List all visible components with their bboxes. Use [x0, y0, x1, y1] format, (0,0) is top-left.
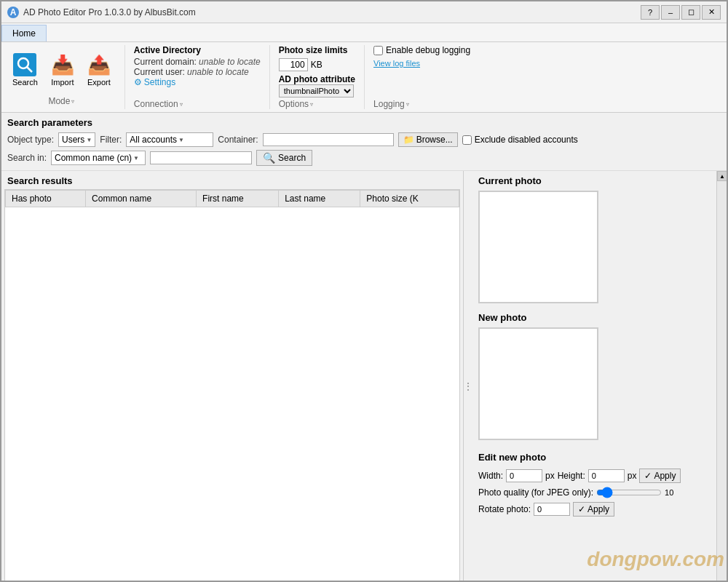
photo-size-unit: KB	[311, 60, 323, 70]
close-button[interactable]: ✕	[702, 5, 721, 20]
object-type-value: Users	[62, 135, 84, 145]
search-results-panel: Search results Has photo Common name Fir…	[1, 171, 464, 582]
search-text-input[interactable]	[150, 151, 252, 164]
col-common-name[interactable]: Common name	[86, 191, 197, 207]
quality-slider[interactable]	[596, 487, 662, 498]
filter-row: Object type: Users ▼ Filter: All account…	[7, 132, 721, 147]
window-title: AD Photo Editor Pro 1.0.3.0 by AlbusBit.…	[23, 7, 196, 17]
exclude-label: Exclude disabled accounts	[475, 135, 578, 145]
search-in-arrow: ▼	[133, 155, 139, 162]
domain-row: Current domain: unable to locate	[134, 57, 261, 67]
rotate-apply-icon: ✓	[578, 504, 585, 514]
table-header: Has photo Common name First name Last na…	[6, 191, 459, 207]
col-first-name[interactable]: First name	[197, 191, 279, 207]
settings-button[interactable]: ⚙ Settings	[134, 77, 261, 87]
scroll-track-v[interactable]	[717, 181, 727, 582]
dimensions-apply-button[interactable]: ✓ Apply	[639, 469, 681, 483]
scroll-up-arrow[interactable]: ▲	[717, 171, 727, 181]
search-svg	[15, 55, 35, 75]
filter-value: All accounts	[130, 135, 177, 145]
logging-group: Enable debug logging View log files Logg…	[373, 45, 470, 109]
options-content: Photo size limits KB AD photo attribute …	[279, 45, 355, 97]
connection-group: Active Directory Current domain: unable …	[134, 45, 270, 109]
settings-icon: ⚙	[134, 77, 142, 87]
height-label: Height:	[558, 471, 585, 481]
export-icon: 📤	[87, 53, 111, 76]
tab-home[interactable]: Home	[1, 25, 47, 41]
right-panel: Current photo New photo Edit new photo W…	[472, 171, 716, 582]
user-row: Current user: unable to locate	[134, 67, 261, 77]
rotate-input[interactable]	[534, 503, 570, 516]
rotate-apply-label: Apply	[587, 504, 609, 514]
logging-expand-icon[interactable]: ▿	[406, 101, 409, 108]
logging-group-label: Logging ▿	[373, 99, 470, 109]
rotate-apply-button[interactable]: ✓ Apply	[573, 502, 614, 517]
photo-size-title: Photo size limits	[279, 45, 355, 55]
rotate-label: Rotate photo:	[478, 504, 531, 514]
minimize-button[interactable]: –	[661, 5, 680, 20]
mode-group: Search 📥 Import 📤 Export Mode ▿	[7, 45, 125, 109]
search-in-combo[interactable]: Common name (cn) ▼	[51, 151, 146, 165]
width-input[interactable]	[506, 469, 542, 482]
col-last-name[interactable]: Last name	[279, 191, 360, 207]
search-button-main[interactable]: 🔍 Search	[256, 150, 312, 166]
resize-handle[interactable]: ⋮	[464, 171, 472, 582]
col-photo-size[interactable]: Photo size (K	[360, 191, 459, 207]
results-title: Search results	[1, 171, 463, 189]
title-bar: A AD Photo Editor Pro 1.0.3.0 by AlbusBi…	[1, 1, 727, 23]
exclude-disabled-checkbox[interactable]	[462, 135, 472, 145]
app-icon: A	[7, 7, 19, 18]
search-btn-label: Search	[12, 78, 38, 87]
debug-logging-checkbox[interactable]	[373, 46, 383, 55]
width-height-row: Width: px Height: px ✓ Apply	[478, 469, 711, 483]
import-btn-label: Import	[51, 78, 74, 87]
col-has-photo[interactable]: Has photo	[6, 191, 86, 207]
new-photo-box	[478, 327, 598, 440]
current-photo-box	[478, 191, 598, 303]
options-group-label: Options ▿	[279, 99, 355, 109]
mode-expand-icon[interactable]: ▿	[71, 98, 74, 105]
ad-attr-select[interactable]: thumbnailPhoto	[279, 84, 354, 97]
ribbon: Home Search 📥 Import	[1, 23, 727, 113]
container-input[interactable]	[263, 133, 394, 146]
browse-button[interactable]: 📁 Browse...	[398, 132, 458, 147]
quality-row: Photo quality (for JPEG only): 10	[478, 487, 711, 498]
results-area: Search results Has photo Common name Fir…	[1, 171, 727, 582]
debug-logging-label: Enable debug logging	[386, 45, 470, 55]
connection-group-label: Connection ▿	[134, 99, 261, 109]
object-type-arrow: ▼	[86, 137, 92, 143]
ribbon-content: Search 📥 Import 📤 Export Mode ▿ Active D…	[1, 42, 727, 112]
new-photo-title: New photo	[478, 312, 711, 323]
quality-label: Photo quality (for JPEG only):	[478, 487, 593, 498]
filter-arrow: ▼	[178, 137, 184, 143]
edit-new-photo-title: Edit new photo	[478, 452, 711, 463]
ad-title: Active Directory	[134, 45, 261, 55]
photo-size-row: KB	[279, 58, 355, 71]
results-table[interactable]: Has photo Common name First name Last na…	[4, 189, 460, 582]
options-expand-icon[interactable]: ▿	[310, 101, 313, 108]
search-in-row: Search in: Common name (cn) ▼ 🔍 Search	[7, 150, 721, 166]
view-log-link[interactable]: View log files	[373, 59, 420, 68]
help-button[interactable]: ?	[641, 5, 660, 20]
search-button[interactable]: Search	[7, 49, 43, 90]
filter-combo[interactable]: All accounts ▼	[126, 132, 213, 147]
import-button[interactable]: 📥 Import	[46, 49, 79, 90]
search-btn-icon: 🔍	[263, 152, 275, 164]
object-type-combo[interactable]: Users ▼	[58, 132, 95, 147]
search-in-value: Common name (cn)	[55, 153, 132, 163]
svg-line-1	[27, 67, 32, 72]
connection-content: Active Directory Current domain: unable …	[134, 45, 261, 97]
height-input[interactable]	[588, 469, 625, 482]
search-params-title: Search parameters	[7, 117, 721, 128]
connection-expand-icon[interactable]: ▿	[180, 101, 183, 108]
filter-label: Filter:	[100, 135, 122, 145]
width-unit: px	[545, 471, 555, 481]
export-button[interactable]: 📤 Export	[82, 49, 116, 90]
mode-buttons: Search 📥 Import 📤 Export	[7, 45, 116, 95]
main-content: Search parameters Object type: Users ▼ F…	[1, 113, 727, 582]
results-data-table: Has photo Common name First name Last na…	[5, 190, 459, 207]
photo-size-input[interactable]	[279, 58, 308, 71]
restore-button[interactable]: ◻	[681, 5, 700, 20]
svg-point-0	[18, 58, 28, 68]
browse-label: Browse...	[416, 135, 453, 145]
